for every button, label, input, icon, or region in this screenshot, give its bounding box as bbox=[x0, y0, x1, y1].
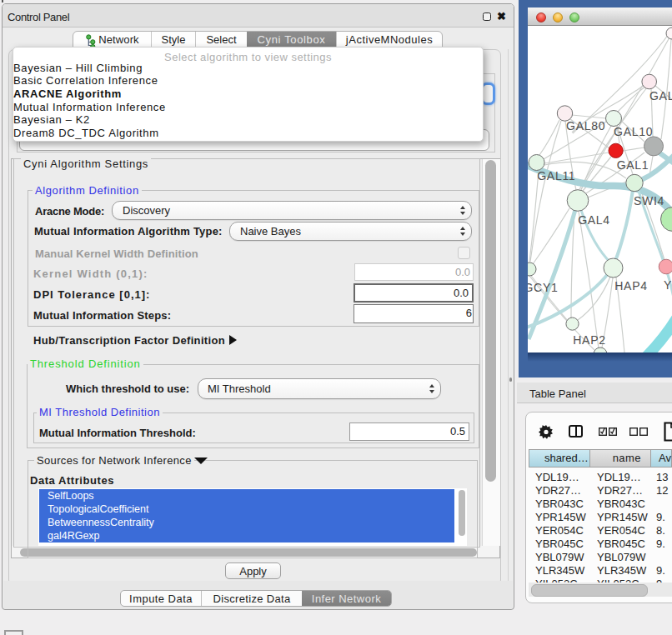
svg-text:SWI4: SWI4 bbox=[634, 194, 664, 208]
svg-text:GAL1: GAL1 bbox=[617, 158, 649, 172]
svg-text:GAL10: GAL10 bbox=[614, 125, 653, 138]
svg-text:GAL2: GAL2 bbox=[649, 89, 672, 102]
svg-text:GAL4: GAL4 bbox=[578, 213, 610, 227]
svg-text:YM: YM bbox=[664, 278, 672, 292]
svg-text:GAL80: GAL80 bbox=[566, 119, 605, 132]
svg-text:HAP4: HAP4 bbox=[614, 279, 647, 292]
svg-text:GCY1: GCY1 bbox=[528, 281, 558, 294]
svg-text:HAP2: HAP2 bbox=[573, 333, 605, 347]
svg-text:GAL11: GAL11 bbox=[537, 169, 575, 182]
